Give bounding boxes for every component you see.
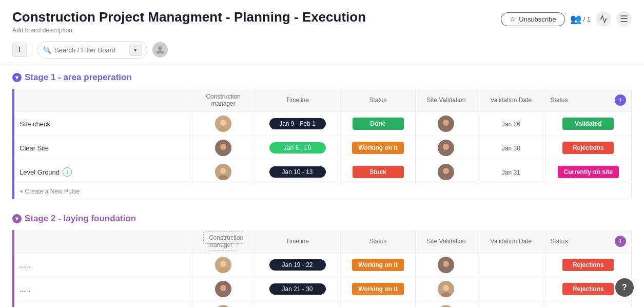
col2-header-validation-date: Validation Date <box>477 230 545 253</box>
row-status-cell[interactable]: Working on it <box>341 277 416 301</box>
row-status-cell[interactable]: Done <box>341 301 416 308</box>
header: Construction Project Managment - Plannin… <box>0 0 644 37</box>
avatar <box>438 140 454 156</box>
help-button[interactable]: ? <box>615 278 634 297</box>
row-manager-cell <box>192 112 254 136</box>
row-name-cell[interactable]: ...... <box>13 301 192 308</box>
col2-header-status2: Status + <box>545 230 631 253</box>
row-status2-cell[interactable]: Validated <box>545 112 631 136</box>
add-pulse-button[interactable]: + Create a New Pulse <box>13 184 632 199</box>
row-manager-cell <box>192 253 254 277</box>
table-row: ...... Jan 19 - 22 Working on it Rejecti… <box>13 253 632 277</box>
search-icon: 🔍 <box>43 46 51 54</box>
col2-header-site-validation: Site Validation <box>415 230 477 253</box>
row-status-cell[interactable]: Working on it <box>341 253 416 277</box>
row-name-cell[interactable]: Clear Site <box>13 136 192 160</box>
avatar <box>438 116 454 132</box>
svg-point-9 <box>220 285 226 291</box>
row-status-cell[interactable]: Working on it <box>341 136 416 160</box>
stage1-title: Stage 1 - area preperation <box>25 72 132 83</box>
row-name-cell[interactable]: ...... <box>13 253 192 277</box>
svg-point-8 <box>443 261 449 267</box>
stage1-section: ▼ Stage 1 - area preperation Constructio… <box>12 72 632 199</box>
stage1-column-headers: Construction manager Timeline Status Sit… <box>13 89 632 112</box>
add-column2-button[interactable]: + <box>615 236 626 247</box>
row-timeline-cell: Jan 21 - 30 <box>254 277 340 301</box>
board-subtitle[interactable]: Add board description <box>12 27 366 34</box>
row-name-cell[interactable]: Site check <box>13 112 192 136</box>
stage2-header: ▼ Stage 2 - laying foundation <box>12 214 136 224</box>
row-validation-date-cell: Jan 26 <box>477 112 545 136</box>
row-timeline-cell: Jan 10 - 13 <box>254 160 340 184</box>
svg-point-10 <box>443 285 449 291</box>
info-button[interactable]: I <box>12 43 27 57</box>
row-status2-cell[interactable]: Currently on site <box>545 160 631 184</box>
row-site-validation-cell <box>415 112 477 136</box>
manager-dotted-label[interactable]: Construction manager <box>203 232 243 251</box>
stage1-toggle[interactable]: ▼ <box>12 73 22 82</box>
avatar <box>215 257 231 273</box>
table-row: Site check Jan 9 - Feb 1 Done Jan 26 Val… <box>13 112 632 136</box>
row-validation-date-cell <box>477 277 545 301</box>
svg-point-5 <box>220 168 226 174</box>
row-status-cell[interactable]: Stuck <box>341 160 416 184</box>
toolbar-divider <box>32 44 32 56</box>
stage2-column-headers: Construction manager Timeline Status Sit… <box>13 230 632 253</box>
row-timeline-cell: Jan 9 - Feb 1 <box>254 112 340 136</box>
avatar <box>215 281 231 297</box>
users-icon: 👥 <box>570 13 581 25</box>
svg-point-0 <box>158 46 162 50</box>
row-status2-cell[interactable]: Validated <box>545 301 631 308</box>
row-status2-cell[interactable]: Rejections <box>545 136 631 160</box>
user-avatar[interactable] <box>152 42 168 57</box>
user-count[interactable]: 👥 / 1 <box>570 13 591 25</box>
search-box: 🔍 ▾ <box>37 41 147 59</box>
info-badge[interactable]: i <box>63 167 72 177</box>
activity-icon[interactable] <box>596 11 611 27</box>
row-name-cell[interactable]: Level Ground i <box>13 160 192 184</box>
avatar <box>438 164 454 180</box>
col-header-site-validation: Site Validation <box>415 89 477 112</box>
row-manager-cell <box>192 136 254 160</box>
row-timeline-cell: Jan 22 - 25 <box>254 301 340 308</box>
star-icon: ☆ <box>510 15 516 23</box>
menu-icon[interactable]: ☰ <box>616 11 632 27</box>
row-site-validation-cell <box>415 301 477 308</box>
toolbar: I 🔍 ▾ <box>0 37 644 63</box>
row-site-validation-cell <box>415 160 477 184</box>
col2-header-timeline: Timeline <box>254 230 340 253</box>
avatar <box>215 164 231 180</box>
row-name-cell[interactable]: ...... <box>13 277 192 301</box>
stage1-table: Construction manager Timeline Status Sit… <box>12 89 632 199</box>
row-validation-date-cell: Jan 30 <box>477 136 545 160</box>
col-header-name <box>13 89 192 112</box>
stage1-header: ▼ Stage 1 - area preperation <box>12 72 132 83</box>
stage2-title: Stage 2 - laying foundation <box>25 214 136 224</box>
avatar <box>215 305 231 307</box>
unsubscribe-button[interactable]: ☆ Unsubscribe <box>501 12 564 26</box>
table-row: Clear Site Jan 8 - 16 Working on it Jan … <box>13 136 632 160</box>
add-column-button[interactable]: + <box>615 94 626 106</box>
table-row: ...... Jan 22 - 25 Done Validated <box>13 301 632 308</box>
row-manager-cell <box>192 301 254 308</box>
row-status2-cell[interactable]: Rejections <box>545 253 631 277</box>
row-site-validation-cell <box>415 253 477 277</box>
table-row: ...... Jan 21 - 30 Working on it Rejecti… <box>13 277 632 301</box>
row-site-validation-cell <box>415 277 477 301</box>
main-content: ▼ Stage 1 - area preperation Constructio… <box>0 63 644 307</box>
row-status-cell[interactable]: Done <box>341 112 416 136</box>
row-manager-cell <box>192 277 254 301</box>
add-pulse-row: + Create a New Pulse <box>13 184 632 199</box>
stage1-header-row: ▼ Stage 1 - area preperation <box>12 72 632 86</box>
col2-header-manager: Construction manager <box>192 230 254 253</box>
svg-point-1 <box>220 120 226 126</box>
stage2-toggle[interactable]: ▼ <box>12 214 22 223</box>
row-validation-date-cell: Jan 31 <box>477 160 545 184</box>
stage2-table: Construction manager Timeline Status Sit… <box>12 230 632 307</box>
avatar <box>215 116 231 132</box>
col-header-validation-date: Validation Date <box>477 89 545 112</box>
search-input[interactable] <box>54 46 126 54</box>
stage2-section: ▼ Stage 2 - laying foundation Constructi… <box>12 214 632 307</box>
col-header-timeline: Timeline <box>254 89 340 112</box>
search-dropdown-arrow[interactable]: ▾ <box>129 44 142 56</box>
